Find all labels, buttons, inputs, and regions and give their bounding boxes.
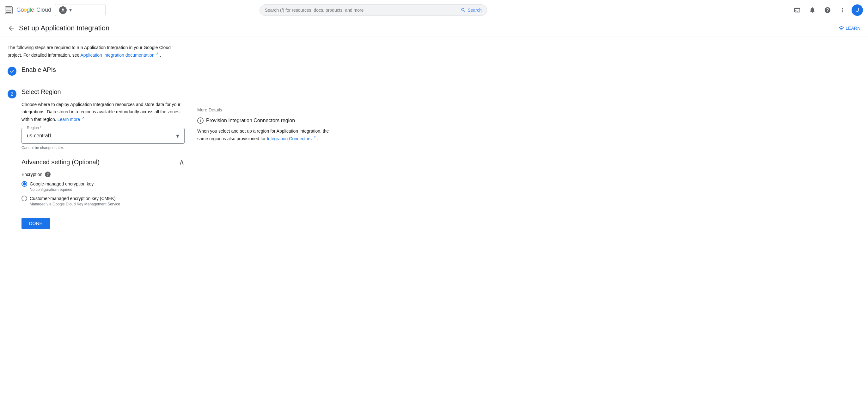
google-managed-option: Google-managed encryption key No configu…: [22, 181, 185, 192]
learn-more-ext-icon: ↗: [81, 116, 84, 120]
more-vert-icon: [839, 7, 846, 13]
region-note: Cannot be changed later.: [22, 146, 185, 150]
advanced-settings-header[interactable]: Advanced setting (Optional) ∧: [22, 158, 185, 167]
encryption-label: Encryption ?: [22, 172, 185, 177]
step-2-number: 2: [8, 90, 17, 98]
project-selector[interactable]: ▾: [55, 4, 105, 16]
back-arrow-icon: [8, 24, 15, 32]
learn-link[interactable]: LEARN: [839, 25, 860, 31]
cloud-text: Cloud: [36, 7, 51, 13]
help-button[interactable]: [821, 4, 834, 17]
search-bar: Search: [259, 4, 487, 16]
help-icon: [824, 7, 831, 13]
collapse-icon: ∧: [179, 158, 185, 167]
step-connector: [12, 78, 12, 86]
main-content: The following steps are required to run …: [0, 36, 348, 237]
more-options-button[interactable]: [836, 4, 849, 17]
top-nav: Google Cloud ▾ Search: [0, 0, 868, 20]
step-2-content: Choose where to deploy Application Integ…: [22, 101, 185, 229]
advanced-title: Advanced setting (Optional): [22, 159, 99, 166]
region-label: Region *: [26, 126, 43, 130]
done-button[interactable]: DONE: [22, 218, 50, 229]
radio-cmek[interactable]: [22, 196, 27, 201]
step-2-item: 2 Select Region: [8, 88, 185, 98]
google-cloud-logo[interactable]: Google Cloud: [17, 7, 51, 13]
provision-title: Provision Integration Connectors region: [206, 118, 295, 123]
provision-description: When you select and set up a region for …: [197, 128, 340, 142]
step-1-title: Enable APIs: [22, 66, 56, 74]
region-select-row: us-central1 ▾: [27, 132, 179, 140]
learn-label: LEARN: [845, 26, 860, 31]
notifications-icon: [809, 7, 816, 13]
intro-link[interactable]: Application Integration documentation ↗: [80, 53, 160, 58]
terminal-icon: [794, 7, 801, 13]
search-label: Search: [467, 8, 482, 13]
info-icon: i: [197, 117, 204, 124]
cmek-sublabel: Managed via Google Cloud Key Management …: [30, 202, 185, 206]
external-link-icon: ↗: [156, 52, 159, 55]
check-icon: [9, 69, 14, 74]
svg-point-0: [62, 8, 64, 10]
google-managed-sublabel: No configuration required: [30, 187, 185, 192]
hamburger-button[interactable]: [5, 6, 13, 14]
intro-text: The following steps are required to run …: [8, 44, 185, 59]
school-icon: [839, 25, 844, 31]
radio-google-managed[interactable]: [22, 181, 27, 187]
nav-icons: U: [791, 4, 863, 17]
notifications-button[interactable]: [806, 4, 819, 17]
connectors-ext-icon: ↗: [313, 135, 316, 139]
step-1-item: Enable APIs: [8, 66, 185, 76]
step-2-description: Choose where to deploy Application Integ…: [22, 101, 185, 123]
cmek-label: Customer-managed encryption key (CMEK): [30, 196, 116, 201]
terminal-button[interactable]: [791, 4, 804, 17]
region-value: us-central1: [27, 133, 52, 139]
cmek-option: Customer-managed encryption key (CMEK) M…: [22, 196, 185, 206]
step-1-check: [8, 67, 17, 76]
cmek-radio[interactable]: Customer-managed encryption key (CMEK): [22, 196, 185, 201]
search-icon: [461, 7, 466, 13]
help-tooltip-icon[interactable]: ?: [45, 172, 51, 177]
dropdown-arrow-icon: ▾: [176, 132, 179, 140]
page-title: Set up Application Integration: [19, 24, 110, 32]
step-2-title: Select Region: [22, 88, 61, 95]
chevron-down-icon: ▾: [69, 7, 72, 13]
right-panel: More Details i Provision Integration Con…: [197, 44, 340, 229]
left-panel: The following steps are required to run …: [8, 44, 185, 229]
back-button[interactable]: [8, 24, 15, 32]
sub-header: Set up Application Integration LEARN: [0, 20, 868, 36]
more-details-title: More Details: [197, 107, 340, 112]
google-managed-radio[interactable]: Google-managed encryption key: [22, 181, 185, 187]
integration-connectors-link[interactable]: Integration Connectors ↗: [267, 136, 317, 141]
search-button[interactable]: Search: [461, 7, 482, 13]
region-selector[interactable]: Region * us-central1 ▾: [22, 128, 185, 144]
provision-header: i Provision Integration Connectors regio…: [197, 117, 340, 124]
google-managed-label: Google-managed encryption key: [30, 181, 94, 187]
search-input[interactable]: [265, 8, 458, 13]
learn-more-link[interactable]: Learn more ↗: [58, 117, 84, 122]
project-avatar: [59, 6, 67, 14]
user-avatar[interactable]: U: [851, 4, 863, 16]
provision-card: i Provision Integration Connectors regio…: [197, 117, 340, 142]
